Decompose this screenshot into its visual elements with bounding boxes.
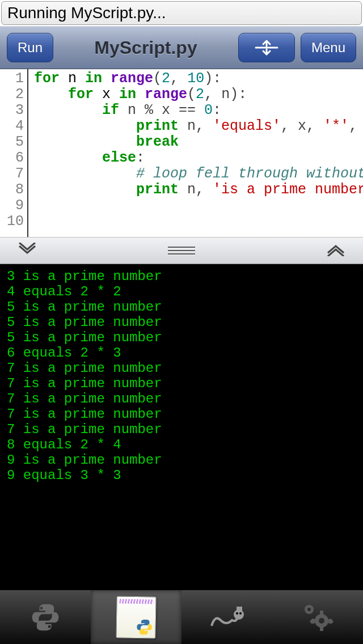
line-number-gutter: 12345678910 <box>0 69 28 237</box>
code-line[interactable]: if n % x == 0: <box>34 103 363 118</box>
code-line[interactable]: else: <box>34 150 363 166</box>
bottom-tab-bar <box>0 590 363 644</box>
svg-rect-5 <box>320 611 323 615</box>
document-icon <box>116 596 156 638</box>
code-line[interactable]: break <box>34 134 363 150</box>
pane-divider[interactable] <box>0 237 363 264</box>
code-area[interactable]: for n in range(2, 10): for x in range(2,… <box>28 69 363 237</box>
status-bar: Running MyScript.py... <box>1 1 362 25</box>
line-number: 9 <box>0 198 24 214</box>
line-number: 10 <box>0 214 24 230</box>
python-icon <box>29 601 61 633</box>
code-line[interactable]: print n, 'equals', x, '*', n <box>34 118 363 134</box>
gear-icon <box>300 601 335 633</box>
tab-python[interactable] <box>0 590 91 644</box>
run-button[interactable]: Run <box>7 33 53 62</box>
code-line[interactable] <box>34 214 363 230</box>
snake-icon <box>207 603 247 632</box>
line-number: 2 <box>0 87 24 103</box>
code-line[interactable]: for x in range(2, n): <box>34 87 363 103</box>
line-number: 7 <box>0 166 24 182</box>
file-title: MyScript.py <box>59 37 233 58</box>
line-number: 8 <box>0 182 24 198</box>
svg-point-2 <box>236 612 238 615</box>
output-console[interactable]: 3 is a prime number 4 equals 2 * 2 5 is … <box>0 264 363 590</box>
split-view-button[interactable] <box>238 33 295 62</box>
drag-grip-icon[interactable] <box>168 247 195 255</box>
tab-script-document[interactable] <box>91 590 182 644</box>
line-number: 5 <box>0 134 24 150</box>
svg-point-15 <box>307 608 311 611</box>
python-mini-icon <box>135 617 154 636</box>
header-toolbar: Run MyScript.py Menu <box>0 26 363 69</box>
svg-point-3 <box>239 612 242 615</box>
tab-settings[interactable] <box>272 590 363 644</box>
status-text: Running MyScript.py... <box>7 4 166 22</box>
code-line[interactable]: for n in range(2, 10): <box>34 71 363 87</box>
code-editor[interactable]: 12345678910 for n in range(2, 10): for x… <box>0 69 363 237</box>
split-arrows-icon <box>254 39 280 56</box>
menu-button[interactable]: Menu <box>301 33 356 62</box>
svg-rect-6 <box>320 626 323 631</box>
line-number: 3 <box>0 103 24 118</box>
line-number: 6 <box>0 150 24 166</box>
tab-interpreter[interactable] <box>182 590 272 644</box>
line-number: 1 <box>0 71 24 87</box>
svg-point-13 <box>319 618 324 624</box>
code-line[interactable]: # loop fell through without <box>34 166 363 182</box>
chevron-up-icon <box>326 243 346 259</box>
code-line[interactable] <box>34 198 363 214</box>
code-line[interactable]: print n, 'is a prime number' <box>34 182 363 198</box>
chevron-down-icon <box>17 243 37 259</box>
svg-rect-1 <box>237 607 242 611</box>
line-number: 4 <box>0 118 24 134</box>
